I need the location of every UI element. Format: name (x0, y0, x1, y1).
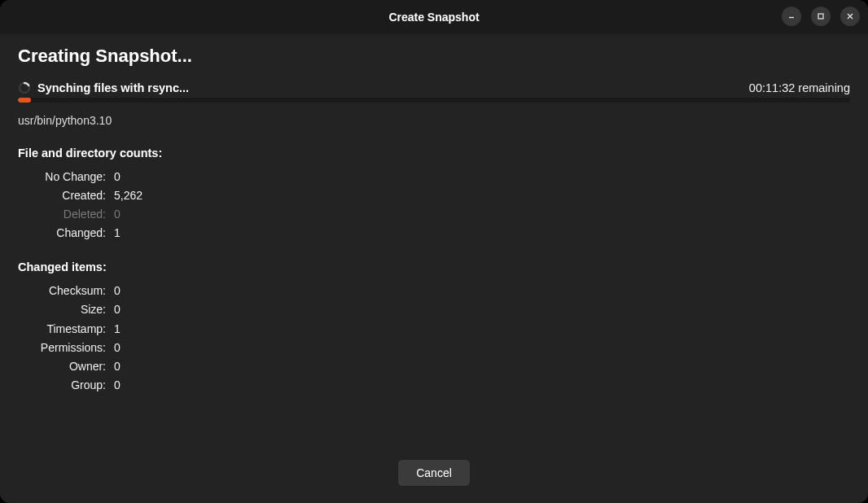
titlebar: Create Snapshot (0, 0, 868, 34)
kv-value: 0 (114, 300, 121, 319)
time-remaining: 00:11:32 remaining (749, 81, 850, 94)
kv-label: Size: (18, 300, 114, 319)
minimize-button[interactable] (782, 7, 801, 26)
kv-label: No Change: (18, 168, 114, 186)
kv-label: Owner: (18, 357, 114, 376)
window-title: Create Snapshot (388, 11, 479, 24)
kv-value: 0 (114, 168, 121, 186)
file-counts-table: No Change:0Created:5,262Deleted:0Changed… (18, 168, 850, 243)
page-title: Creating Snapshot... (18, 46, 850, 67)
close-button[interactable] (840, 7, 860, 26)
kv-label: Group: (18, 376, 114, 395)
spinner-icon (18, 81, 31, 94)
changed-items-table: Checksum:0Size:0Timestamp:1Permissions:0… (18, 282, 850, 395)
changed-items-title: Changed items: (18, 260, 850, 273)
kv-label: Created: (18, 186, 114, 205)
status-left: Synching files with rsync... (18, 81, 189, 94)
kv-row: No Change:0 (18, 168, 850, 186)
close-icon (846, 12, 854, 20)
kv-row: Created:5,262 (18, 186, 850, 205)
dialog-footer: Cancel (18, 459, 850, 488)
kv-row: Changed:1 (18, 224, 850, 243)
maximize-icon (817, 12, 825, 20)
svg-rect-1 (818, 14, 823, 19)
cancel-button[interactable]: Cancel (397, 459, 471, 487)
progress-fill (18, 98, 31, 103)
kv-value: 1 (114, 320, 121, 339)
kv-label: Permissions: (18, 339, 114, 357)
kv-value: 0 (114, 282, 121, 300)
kv-row: Owner:0 (18, 357, 850, 376)
status-row: Synching files with rsync... 00:11:32 re… (18, 81, 850, 94)
kv-row: Size:0 (18, 300, 850, 319)
kv-label: Changed: (18, 224, 114, 243)
minimize-icon (787, 12, 796, 20)
kv-label: Deleted: (18, 205, 114, 224)
kv-row: Group:0 (18, 376, 850, 395)
kv-value: 0 (114, 376, 121, 395)
dialog-window: Create Snapshot Creating Snapshot... Syn… (0, 0, 868, 503)
kv-row: Deleted:0 (18, 205, 850, 224)
current-file-path: usr/bin/python3.10 (18, 114, 850, 127)
kv-value: 1 (114, 224, 121, 243)
kv-row: Timestamp:1 (18, 320, 850, 339)
progress-bar (18, 98, 850, 103)
status-text: Synching files with rsync... (37, 81, 189, 94)
dialog-content: Creating Snapshot... Synching files with… (0, 34, 868, 503)
kv-value: 5,262 (114, 186, 142, 205)
kv-value: 0 (114, 205, 121, 224)
kv-value: 0 (114, 357, 121, 376)
file-counts-title: File and directory counts: (18, 147, 850, 160)
kv-row: Permissions:0 (18, 339, 850, 357)
kv-value: 0 (114, 339, 121, 357)
kv-label: Timestamp: (18, 320, 114, 339)
kv-label: Checksum: (18, 282, 114, 300)
window-controls (782, 7, 860, 26)
maximize-button[interactable] (811, 7, 831, 26)
kv-row: Checksum:0 (18, 282, 850, 300)
